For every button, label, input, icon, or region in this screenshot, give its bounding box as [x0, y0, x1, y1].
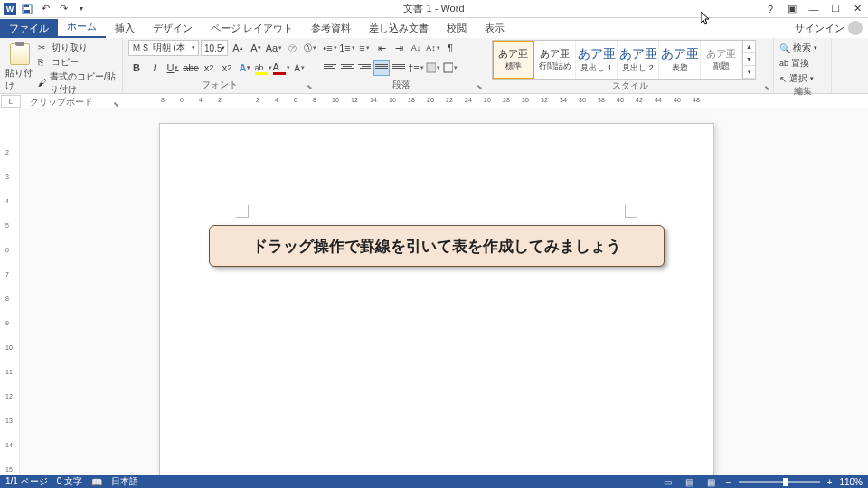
ruler-tick: 44: [655, 97, 662, 103]
document-page[interactable]: ドラッグ操作で罫線を引いて表を作成してみましょう: [159, 123, 714, 488]
style-name: 行間詰め: [539, 61, 571, 72]
paste-button[interactable]: 貼り付け: [5, 40, 34, 96]
borders-button[interactable]: [442, 60, 458, 76]
select-button[interactable]: ↖選択▾: [779, 72, 817, 85]
subscript-button[interactable]: x2: [201, 60, 217, 76]
page-indicator[interactable]: 1/1 ページ: [5, 475, 48, 488]
style-gallery[interactable]: あア亜標準 あア亜行間詰め あア亜見出し 1 あア亜見出し 2 あア亜表題 あア…: [492, 40, 756, 80]
language-indicator[interactable]: 日本語: [111, 475, 138, 488]
styles-dialog-launcher[interactable]: ⬊: [762, 84, 771, 93]
phonetic-guide-button[interactable]: ㋐: [284, 40, 300, 56]
style-nospacing[interactable]: あア亜行間詰め: [534, 41, 576, 79]
spellcheck-icon[interactable]: 📖: [91, 477, 102, 487]
zoom-in-button[interactable]: +: [827, 477, 833, 487]
tab-home[interactable]: ホーム: [58, 17, 106, 38]
read-mode-button[interactable]: ▭: [661, 476, 675, 487]
ribbon-display-options[interactable]: ▣: [781, 0, 803, 18]
style-scroll-up[interactable]: ▲: [743, 41, 755, 53]
vruler-tick: 2: [5, 149, 9, 155]
superscript-button[interactable]: x2: [219, 60, 235, 76]
increase-indent-button[interactable]: ⇥: [391, 40, 407, 56]
bullets-button[interactable]: •≡: [322, 40, 338, 56]
horizontal-ruler[interactable]: 8642246810121416182022242628303234363840…: [161, 94, 868, 108]
align-justify-button[interactable]: [373, 60, 390, 76]
line-spacing-button[interactable]: ‡≡: [408, 60, 424, 76]
maximize-button[interactable]: ☐: [825, 0, 846, 18]
italic-button[interactable]: I: [146, 60, 163, 76]
tab-insert[interactable]: 挿入: [106, 19, 144, 38]
ltr-button[interactable]: A↓: [408, 40, 424, 56]
print-layout-button[interactable]: ▤: [683, 476, 697, 487]
vruler-tick: 4: [5, 198, 9, 204]
ruler-tick: 8: [161, 97, 165, 103]
vruler-tick: 8: [5, 296, 9, 302]
signin-link[interactable]: サインイン: [789, 18, 868, 38]
numbering-button[interactable]: 1≡: [339, 40, 355, 56]
close-button[interactable]: ✕: [846, 0, 868, 18]
align-center-button[interactable]: [339, 60, 355, 76]
shrink-font-button[interactable]: A▾: [248, 40, 264, 56]
word-count[interactable]: 0 文字: [57, 475, 82, 488]
font-dialog-launcher[interactable]: ⬊: [305, 83, 314, 92]
align-right-button[interactable]: [356, 60, 373, 76]
style-scroll-down[interactable]: ▼: [743, 53, 755, 66]
minimize-button[interactable]: —: [803, 0, 825, 18]
shading-button[interactable]: [425, 60, 441, 76]
vruler-tick: 14: [5, 442, 13, 448]
sort-button[interactable]: A↕: [425, 40, 441, 56]
ruler-tick: 6: [180, 97, 184, 103]
tab-pagelayout[interactable]: ページ レイアウト: [202, 19, 302, 38]
tab-file[interactable]: ファイル: [0, 19, 58, 38]
copy-button[interactable]: ⎘コピー: [38, 56, 117, 69]
ruler-tick: 38: [598, 97, 605, 103]
char-shading-button[interactable]: A: [291, 60, 307, 76]
tab-references[interactable]: 参考資料: [302, 19, 360, 38]
tab-review[interactable]: 校閲: [438, 19, 476, 38]
select-label: 選択: [789, 72, 807, 85]
multilevel-button[interactable]: ≡: [356, 40, 373, 56]
style-heading2[interactable]: あア亜見出し 2: [618, 41, 659, 79]
replace-button[interactable]: ab置換: [779, 57, 817, 70]
help-button[interactable]: ?: [760, 0, 781, 18]
show-marks-button[interactable]: ¶: [442, 40, 458, 56]
style-name: 表題: [672, 62, 688, 74]
style-heading1[interactable]: あア亜見出し 1: [576, 41, 618, 79]
font-name-combo[interactable]: ＭＳ 明朝 (本▾: [128, 40, 199, 56]
font-size-combo[interactable]: 10.5▾: [201, 40, 228, 56]
underline-button[interactable]: U: [165, 60, 181, 76]
undo-icon[interactable]: ↶: [38, 2, 52, 16]
style-subtitle[interactable]: あア亜副題: [701, 41, 742, 79]
highlight-button[interactable]: ab: [255, 60, 271, 76]
text-effects-button[interactable]: A: [237, 60, 253, 76]
align-left-button[interactable]: [322, 60, 338, 76]
redo-icon[interactable]: ↷: [56, 2, 71, 16]
vertical-ruler[interactable]: 23456789101112131415: [0, 108, 20, 475]
styles-group-label: スタイル: [612, 80, 648, 90]
web-layout-button[interactable]: ▦: [704, 476, 719, 487]
distribute-button[interactable]: [391, 60, 407, 76]
style-normal[interactable]: あア亜標準: [493, 41, 534, 79]
decrease-indent-button[interactable]: ⇤: [373, 40, 390, 56]
change-case-button[interactable]: Aa: [266, 40, 282, 56]
style-title[interactable]: あア亜表題: [659, 41, 701, 79]
format-painter-button[interactable]: 🖌書式のコピー/貼り付け: [38, 70, 117, 96]
ruler-tick: 18: [408, 97, 415, 103]
tab-view[interactable]: 表示: [476, 19, 514, 38]
vruler-tick: 13: [5, 418, 13, 424]
bold-button[interactable]: B: [128, 60, 145, 76]
zoom-slider[interactable]: [739, 481, 820, 483]
ruler-tick: 48: [693, 97, 700, 103]
qat-customize-icon[interactable]: ▾: [74, 2, 89, 16]
font-color-button[interactable]: A: [273, 60, 289, 76]
grow-font-button[interactable]: A▴: [230, 40, 246, 56]
save-icon[interactable]: [20, 2, 34, 16]
strikethrough-button[interactable]: abc: [183, 60, 199, 76]
tab-mailings[interactable]: 差し込み文書: [360, 19, 438, 38]
zoom-out-button[interactable]: −: [726, 477, 731, 487]
zoom-level[interactable]: 110%: [839, 477, 863, 487]
find-button[interactable]: 🔍検索▾: [779, 42, 817, 54]
style-expand[interactable]: ▾: [743, 66, 755, 79]
tab-design[interactable]: デザイン: [144, 19, 202, 38]
cut-button[interactable]: ✂切り取り: [38, 42, 117, 54]
paragraph-dialog-launcher[interactable]: ⬊: [475, 83, 484, 92]
